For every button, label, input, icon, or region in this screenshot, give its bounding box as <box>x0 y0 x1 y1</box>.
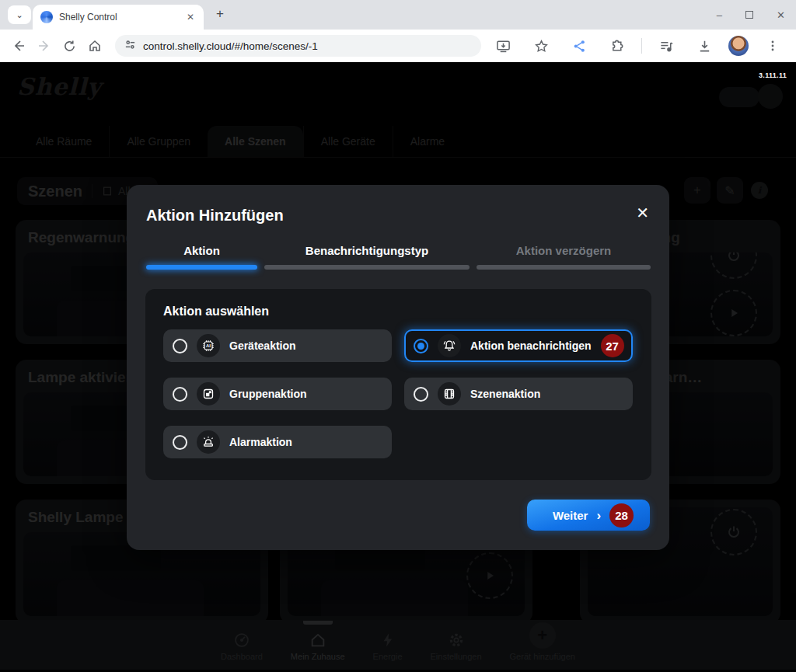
dialog-steps: Aktion Benachrichtigungstyp Aktion verzö… <box>146 244 651 270</box>
toolbar-divider <box>641 38 642 54</box>
action-options: AI Geräteaktion Aktion benachrichtigen 2… <box>163 329 634 458</box>
svg-text:AI: AI <box>206 343 211 348</box>
option-gruppenaktion[interactable]: Gruppenaktion <box>163 378 392 410</box>
annotation-badge: 28 <box>609 503 634 528</box>
app-version: 3.111.11 <box>759 71 787 79</box>
bookmark-star-icon[interactable] <box>532 37 550 55</box>
option-label: Gruppenaktion <box>229 388 307 400</box>
browser-window: ⌄ Shelly Control ✕ + – ✕ contro <box>0 0 796 672</box>
browser-tab[interactable]: Shelly Control ✕ <box>33 5 204 30</box>
weiter-button[interactable]: Weiter › 28 <box>527 500 650 531</box>
radio-unselected[interactable] <box>173 435 187 450</box>
kebab-menu-icon[interactable] <box>763 37 782 55</box>
step-progress-bar <box>264 265 470 270</box>
profile-avatar[interactable] <box>728 36 749 56</box>
minimize-button[interactable]: – <box>717 9 722 21</box>
option-label: Geräteaktion <box>229 339 296 352</box>
section-title: Aktion auswählen <box>163 305 634 319</box>
home-icon[interactable] <box>86 37 102 55</box>
reload-icon[interactable] <box>61 37 77 55</box>
action-select-panel: Aktion auswählen AI Geräteaktion <box>145 289 651 480</box>
alarm-siren-icon <box>197 430 220 454</box>
weiter-label: Weiter <box>553 509 588 522</box>
forward-icon <box>36 37 51 55</box>
tab-close-icon[interactable]: ✕ <box>185 10 196 24</box>
radio-unselected[interactable] <box>173 387 187 402</box>
step-progress-bar <box>146 265 257 270</box>
window-controls: – ✕ <box>717 0 785 30</box>
annotation-badge: 27 <box>601 334 624 357</box>
notification-bell-icon <box>438 334 461 357</box>
reading-list-music-icon[interactable] <box>657 37 676 55</box>
maximize-button[interactable] <box>745 11 753 19</box>
shelly-app-page: Shelly Alle Räume Alle Gruppen Alle Szen… <box>0 62 796 672</box>
radio-selected[interactable] <box>414 339 428 353</box>
shelly-favicon <box>40 11 53 23</box>
step-label: Aktion verzögern <box>477 244 651 257</box>
step-label: Benachrichtigungstyp <box>264 244 470 257</box>
step-benachrichtigungstyp[interactable]: Benachrichtigungstyp <box>264 244 470 270</box>
option-geraeteaktion[interactable]: AI Geräteaktion <box>163 329 392 362</box>
option-szenenaktion[interactable]: Szenenaktion <box>404 378 633 410</box>
site-settings-icon[interactable] <box>124 39 136 54</box>
step-label: Aktion <box>146 244 257 257</box>
step-aktion[interactable]: Aktion <box>146 244 257 270</box>
tab-search-button[interactable]: ⌄ <box>8 5 31 24</box>
option-label: Aktion benachrichtigen <box>470 339 592 352</box>
new-tab-button[interactable]: + <box>216 6 224 22</box>
step-aktion-verzoegern: Aktion verzögern <box>477 244 651 270</box>
scene-film-icon <box>438 382 461 406</box>
toolbar-actions <box>489 36 787 56</box>
step-progress-bar <box>477 265 651 270</box>
extensions-icon[interactable] <box>608 37 627 55</box>
address-bar[interactable]: control.shelly.cloud/#/home/scenes/-1 <box>115 35 481 57</box>
share-icon[interactable] <box>570 37 588 55</box>
tab-title: Shelly Control <box>59 12 185 23</box>
device-chip-icon: AI <box>197 334 220 357</box>
option-alarmaktion[interactable]: Alarmaktion <box>163 426 392 458</box>
url-text[interactable]: control.shelly.cloud/#/home/scenes/-1 <box>143 40 318 52</box>
downloads-icon[interactable] <box>695 37 714 55</box>
radio-unselected[interactable] <box>414 387 428 402</box>
radio-unselected[interactable] <box>173 339 187 353</box>
close-window-button[interactable]: ✕ <box>777 9 785 21</box>
back-icon[interactable] <box>11 37 26 55</box>
dialog-close-icon[interactable]: ✕ <box>636 205 649 221</box>
chevron-right-icon: › <box>596 509 601 522</box>
group-icon <box>197 382 220 406</box>
save-to-device-icon[interactable] <box>494 37 512 55</box>
option-label: Alarmaktion <box>229 436 292 448</box>
dialog-title: Aktion Hinzufügen <box>146 207 284 225</box>
tab-strip: ⌄ Shelly Control ✕ + – ✕ <box>0 0 796 30</box>
add-action-dialog: Aktion Hinzufügen ✕ Aktion Benachrichtig… <box>127 185 669 550</box>
option-aktion-benachrichtigen[interactable]: Aktion benachrichtigen 27 <box>404 329 633 362</box>
option-label: Szenenaktion <box>470 388 540 400</box>
browser-toolbar: control.shelly.cloud/#/home/scenes/-1 <box>0 30 796 62</box>
